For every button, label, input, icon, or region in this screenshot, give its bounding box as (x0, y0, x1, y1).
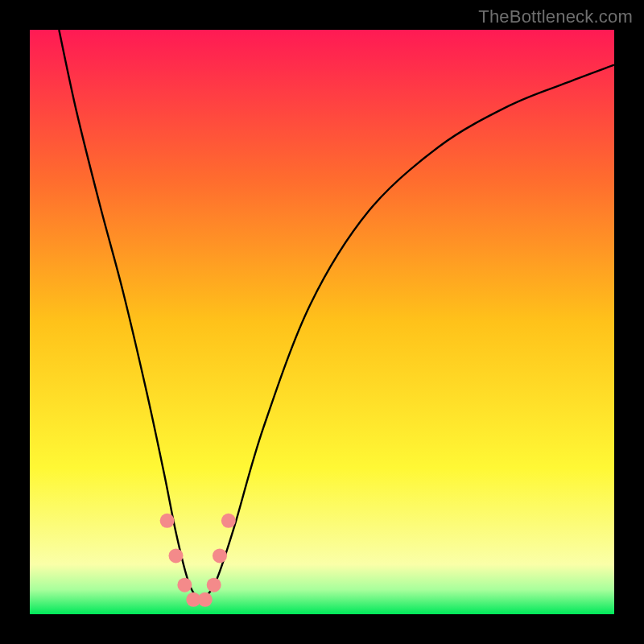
curve-marker (221, 514, 236, 528)
gradient-background (30, 30, 614, 614)
plot-svg (30, 30, 614, 614)
curve-marker (198, 592, 213, 607)
curve-marker (207, 578, 221, 592)
chart-frame: TheBottleneck.com (0, 0, 644, 644)
watermark-text: TheBottleneck.com (478, 6, 633, 27)
curve-marker (169, 548, 184, 563)
curve-marker (160, 514, 175, 528)
curve-marker (177, 578, 192, 592)
plot-area (30, 30, 614, 614)
curve-marker (213, 548, 227, 563)
